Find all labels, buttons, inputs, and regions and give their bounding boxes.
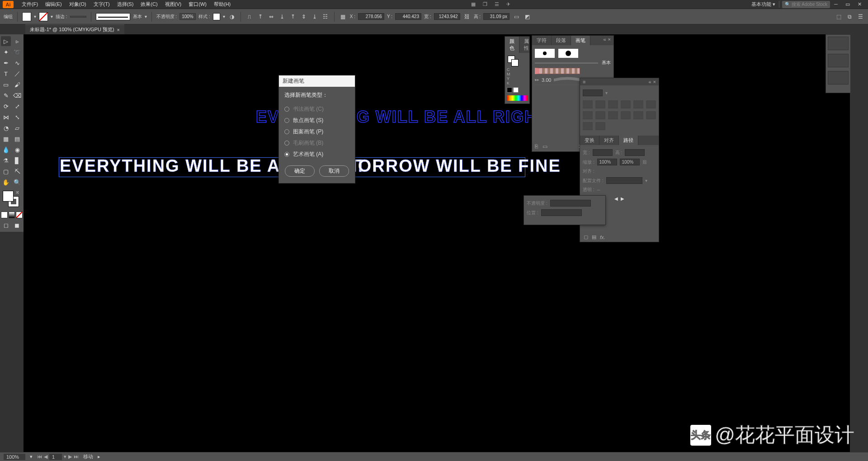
pf-icon-14[interactable] bbox=[595, 122, 605, 130]
window-close[interactable]: ✕ bbox=[854, 1, 864, 8]
fill-dd-icon[interactable]: ▾ bbox=[34, 14, 36, 19]
brush-dd-icon[interactable]: ▾ bbox=[145, 14, 147, 19]
menu-select[interactable]: 选择(S) bbox=[113, 0, 137, 9]
align-left-icon[interactable]: ⤒ bbox=[256, 13, 264, 21]
mesh-tool[interactable]: ▦ bbox=[1, 134, 11, 144]
gradient-mode[interactable] bbox=[9, 212, 15, 218]
window-maximize[interactable]: ▭ bbox=[843, 1, 853, 8]
appearance-position[interactable] bbox=[541, 209, 582, 216]
pf-icon-1[interactable] bbox=[583, 100, 593, 108]
spectrum[interactable] bbox=[507, 95, 528, 101]
stock-icon[interactable]: ❐ bbox=[481, 0, 489, 9]
fill-stroke-swatches[interactable]: ⤭ bbox=[1, 190, 23, 210]
pp-profile[interactable] bbox=[606, 177, 642, 184]
bridge-icon[interactable]: ▦ bbox=[469, 0, 477, 9]
pp-scale-x[interactable]: 100% bbox=[597, 159, 617, 165]
panel-close2-icon[interactable]: × bbox=[653, 79, 656, 85]
corner-icon[interactable]: ◩ bbox=[523, 13, 531, 21]
transform-icon[interactable]: ▦ bbox=[339, 13, 347, 21]
arrange-icon[interactable]: ☰ bbox=[493, 0, 501, 9]
prev-icon[interactable]: ◀ bbox=[614, 196, 618, 201]
appearance-opacity[interactable] bbox=[550, 200, 591, 207]
swap-fill-stroke-icon[interactable]: ⤭ bbox=[15, 190, 22, 196]
align-right-icon[interactable]: ⤓ bbox=[278, 13, 286, 21]
stroke-dd-icon[interactable]: ▾ bbox=[51, 14, 53, 19]
transform-tab[interactable]: 变换 bbox=[580, 136, 599, 145]
pf-icon-13[interactable] bbox=[583, 122, 593, 130]
free-transform-tool[interactable]: ⤡ bbox=[12, 112, 22, 122]
curvature-tool[interactable]: ∿ bbox=[12, 58, 22, 68]
menu-type[interactable]: 文字(T) bbox=[90, 0, 113, 9]
draw-behind[interactable]: ◼ bbox=[12, 220, 22, 230]
draw-normal[interactable]: ◻ bbox=[1, 220, 11, 230]
pp-width[interactable] bbox=[593, 149, 613, 156]
line-tool[interactable]: ／ bbox=[12, 69, 22, 79]
window-minimize[interactable]: ─ bbox=[831, 1, 841, 8]
blend-tool[interactable]: ◉ bbox=[12, 145, 22, 155]
eraser-tool[interactable]: ⌫ bbox=[12, 90, 22, 100]
toolbox-fill[interactable] bbox=[3, 191, 14, 202]
shaper-tool[interactable]: ✎ bbox=[1, 90, 11, 100]
align-top-icon[interactable]: ⤒ bbox=[289, 13, 297, 21]
brush-list-row-1[interactable] bbox=[535, 48, 611, 59]
style-swatch[interactable] bbox=[213, 13, 220, 20]
magic-wand-tool[interactable]: ✦ bbox=[1, 47, 11, 57]
pf-icon-2[interactable] bbox=[595, 100, 605, 108]
pf-icon-8[interactable] bbox=[595, 111, 605, 119]
zoom-tool[interactable]: 🔍 bbox=[12, 177, 22, 187]
color-tab[interactable]: 颜色 bbox=[505, 37, 519, 53]
nav-prev-icon[interactable]: ◀ bbox=[44, 454, 47, 460]
rectangle-tool[interactable]: ▭ bbox=[1, 80, 11, 89]
selection-tool[interactable]: ▷ bbox=[1, 36, 11, 46]
nav-first-icon[interactable]: ⏮ bbox=[37, 454, 42, 460]
align-hcenter-icon[interactable]: ⇔ bbox=[267, 13, 275, 21]
symbol-sprayer-tool[interactable]: ⚗ bbox=[1, 155, 11, 165]
direct-selection-tool[interactable]: ▹ bbox=[12, 36, 22, 46]
menu-file[interactable]: 文件(F) bbox=[18, 0, 42, 9]
width-tool[interactable]: ⋈ bbox=[1, 112, 11, 122]
canvas[interactable]: EVERYTHING WILL BE ALL RIGHT EVERYTHING … bbox=[24, 34, 850, 452]
ok-button[interactable]: 确定 bbox=[285, 165, 315, 177]
pathfinder-tab[interactable]: 路径 bbox=[619, 136, 638, 145]
artboard-tool[interactable]: ▢ bbox=[1, 166, 11, 176]
pp-layer-icon[interactable]: ▢ bbox=[584, 234, 588, 240]
x-input[interactable]: 278.056 bbox=[358, 13, 384, 20]
isolate-icon[interactable]: ⬚ bbox=[835, 13, 843, 21]
panel-collapse-icon[interactable]: « bbox=[603, 37, 606, 44]
brushes-tab[interactable]: 画笔 bbox=[571, 36, 590, 45]
pf-icon-11[interactable] bbox=[633, 111, 643, 119]
gpu-icon[interactable]: ✈ bbox=[505, 0, 513, 9]
pp-height[interactable] bbox=[625, 149, 645, 156]
graph-tool[interactable]: ▊ bbox=[12, 155, 22, 165]
recolor-icon[interactable]: ◑ bbox=[228, 13, 236, 21]
rotate-tool[interactable]: ⟳ bbox=[1, 101, 11, 111]
pp-input-1[interactable] bbox=[583, 89, 603, 96]
menu-window[interactable]: 窗口(W) bbox=[185, 0, 210, 9]
align-icon-1[interactable]: ⎍ bbox=[245, 13, 254, 21]
brush-pattern-row[interactable] bbox=[535, 67, 611, 75]
character-tab[interactable]: 字符 bbox=[532, 36, 552, 45]
hand-tool[interactable]: ✋ bbox=[1, 177, 11, 187]
panel-close-icon[interactable]: × bbox=[608, 37, 611, 44]
align-tab[interactable]: 对齐 bbox=[599, 136, 619, 145]
pf-icon-6[interactable] bbox=[646, 100, 656, 108]
nav-next-icon[interactable]: ▶ bbox=[68, 454, 72, 460]
align-bottom-icon[interactable]: ⤓ bbox=[311, 13, 319, 21]
brush-lib2-icon[interactable]: ▭ bbox=[542, 143, 547, 150]
pf-icon-10[interactable] bbox=[621, 111, 631, 119]
next-icon[interactable]: ▶ bbox=[621, 196, 624, 201]
scale-tool[interactable]: ⤢ bbox=[12, 101, 22, 111]
shape-builder-tool[interactable]: ◔ bbox=[1, 123, 11, 133]
menu-object[interactable]: 对象(O) bbox=[66, 0, 90, 9]
slice-tool[interactable]: ⛏ bbox=[12, 166, 22, 176]
pp-scale-y[interactable]: 100% bbox=[620, 159, 640, 165]
menu-edit[interactable]: 编辑(E) bbox=[42, 0, 66, 9]
pf-icon-5[interactable] bbox=[633, 100, 643, 108]
document-tab[interactable]: 未标题-1* @ 100% (CMYK/GPU 预览) × bbox=[25, 24, 124, 34]
brush-lib-icon[interactable]: ⎘ bbox=[535, 143, 538, 150]
cancel-button[interactable]: 取消 bbox=[319, 165, 349, 177]
brush-basic-row[interactable]: 基本 bbox=[535, 59, 611, 67]
lasso-tool[interactable]: ➰ bbox=[12, 47, 22, 57]
distribute-icon[interactable]: ☷ bbox=[321, 13, 330, 21]
y-input[interactable]: 440.423 bbox=[395, 13, 421, 20]
